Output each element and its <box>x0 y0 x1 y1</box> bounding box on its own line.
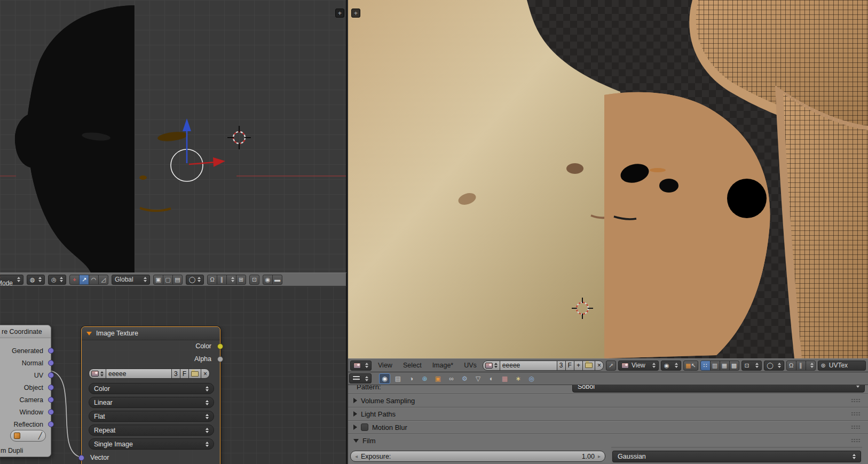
mode-dropdown[interactable]: it Mode <box>0 275 23 285</box>
fake-user-button[interactable]: F <box>565 361 574 371</box>
collapse-triangle-icon[interactable] <box>86 332 92 335</box>
image-users-count-button[interactable]: 3 <box>171 369 180 379</box>
projection-dropdown[interactable]: Flat <box>89 411 214 422</box>
manipulator-scale-icon[interactable]: ◿ <box>98 275 108 285</box>
socket-generated[interactable] <box>48 348 54 354</box>
panel-motion-blur[interactable]: Motion Blur <box>348 420 868 434</box>
menu-image[interactable]: Image* <box>428 362 458 369</box>
new-image-button[interactable]: + <box>574 361 583 371</box>
motion-blur-checkbox[interactable] <box>361 423 368 431</box>
image-texture-node-header[interactable]: Image Texture <box>82 327 220 340</box>
color-space-dropdown[interactable]: Color <box>89 383 214 394</box>
manipulator-toggle-icon[interactable]: + <box>69 275 80 285</box>
socket-reflection[interactable] <box>48 421 54 427</box>
snap-grid-icon[interactable]: ⊞ <box>236 275 246 285</box>
uv-select-island-icon[interactable]: ▩ <box>729 361 739 371</box>
pattern-dropdown[interactable]: Sobol <box>572 385 865 393</box>
manipulator-x-arrow[interactable] <box>213 157 225 167</box>
translate-manipulator[interactable] <box>171 118 225 181</box>
expand-region-plus-icon[interactable]: + <box>335 9 344 18</box>
opengl-render-icon[interactable]: ◉ <box>263 275 273 285</box>
object-field[interactable]: ╱ <box>10 430 46 442</box>
node-editor-canvas[interactable]: re Coordinate Generated Normal UV Object… <box>0 286 347 464</box>
tab-scene[interactable]: ◑ <box>406 373 417 384</box>
tab-physics[interactable]: ◎ <box>526 373 537 384</box>
unlink-image-button[interactable]: × <box>201 369 210 379</box>
exposure-slider[interactable]: ◂ Exposure: 1.00 ▸ <box>350 451 605 462</box>
backface-cull-icon[interactable]: ▢ <box>163 275 173 285</box>
socket-uv[interactable] <box>48 372 54 378</box>
socket-window[interactable] <box>48 409 54 415</box>
manipulator-z-arrow[interactable] <box>183 118 191 131</box>
filter-type-dropdown[interactable]: Gaussian <box>612 451 861 462</box>
pin-icon[interactable]: ⊸ <box>606 361 616 371</box>
copy-result-icon[interactable]: ⊡ <box>249 275 259 285</box>
tab-render-layers[interactable]: ▤ <box>392 373 404 384</box>
manipulator-translate-icon[interactable]: ↗ <box>79 275 89 285</box>
textured-solid-icon[interactable]: ▤ <box>172 275 183 285</box>
panel-film[interactable]: Film <box>348 434 868 447</box>
snap-magnet-icon[interactable]: Ω <box>786 361 796 371</box>
tab-material[interactable]: ◐ <box>486 373 497 384</box>
snap-element-arrows[interactable] <box>806 361 816 371</box>
texture-coordinate-node-header[interactable]: re Coordinate <box>0 325 51 338</box>
proportional-edit-dropdown[interactable]: ◯ <box>186 275 204 285</box>
slider-right-arrow-icon[interactable]: ▸ <box>598 453 601 459</box>
snap-magnet-icon[interactable]: Ω <box>207 275 217 285</box>
sticky-selection-dropdown[interactable]: ⊡ <box>741 361 762 371</box>
panel-light-paths[interactable]: Light Paths <box>348 407 868 420</box>
socket-normal[interactable] <box>48 360 54 366</box>
orientation-dropdown[interactable]: Global <box>112 275 150 285</box>
interpolation-dropdown[interactable]: Linear <box>89 397 214 408</box>
manipulator-rotate-icon[interactable]: ◠ <box>89 275 99 285</box>
image-name-field[interactable]: eeeee <box>500 361 557 371</box>
socket-color-output[interactable] <box>217 343 223 349</box>
source-dropdown[interactable]: Single Image <box>89 438 214 450</box>
editor-type-dropdown[interactable] <box>350 361 372 371</box>
image-texture-node[interactable]: Image Texture Color Alpha eeeee 3 F × Co… <box>81 326 220 464</box>
menu-uvs[interactable]: UVs <box>460 362 481 369</box>
tab-world[interactable]: ⊕ <box>419 373 430 384</box>
image-browse-button[interactable] <box>89 369 106 379</box>
eyedropper-icon[interactable]: ╱ <box>38 432 42 439</box>
tab-object[interactable]: ▣ <box>432 373 444 384</box>
expand-region-plus-icon[interactable]: + <box>351 9 360 18</box>
socket-object[interactable] <box>48 385 54 390</box>
uv-image-editor-canvas[interactable]: + <box>348 0 868 358</box>
tab-texture[interactable]: ▦ <box>499 373 510 384</box>
slider-left-arrow-icon[interactable]: ◂ <box>355 453 358 459</box>
uv-select-face-icon[interactable]: ▦ <box>720 361 730 371</box>
uv-map-field[interactable]: ⊛ UVTex <box>818 361 866 371</box>
image-browse-button[interactable] <box>483 361 500 371</box>
tab-render[interactable]: ◉ <box>379 373 390 384</box>
tab-object-data[interactable]: ▽ <box>472 373 484 384</box>
panel-drag-grip[interactable] <box>851 425 861 429</box>
extension-dropdown[interactable]: Repeat <box>89 425 214 436</box>
proportional-edit-dropdown[interactable]: ◯ <box>764 361 784 371</box>
3d-viewport-canvas[interactable]: + <box>0 0 347 273</box>
panel-drag-grip[interactable] <box>851 438 861 443</box>
uv-select-edge-icon[interactable]: ▥ <box>710 361 720 371</box>
socket-alpha-output[interactable] <box>217 356 223 362</box>
menu-view[interactable]: View <box>374 362 397 369</box>
snap-element-arrows[interactable] <box>226 275 236 285</box>
occlude-geometry-icon[interactable]: ▣ <box>153 275 163 285</box>
texture-coordinate-node[interactable]: re Coordinate Generated Normal UV Object… <box>0 325 51 457</box>
tab-constraints[interactable]: ∞ <box>446 373 457 384</box>
unlink-image-button[interactable]: × <box>595 361 604 371</box>
viewport-shading-dropdown[interactable]: ◍ <box>27 275 45 285</box>
socket-camera[interactable] <box>48 397 54 403</box>
panel-drag-grip[interactable] <box>851 412 861 416</box>
opengl-animation-icon[interactable]: ▬ <box>272 275 282 285</box>
snap-element-icon[interactable]: ∥ <box>217 275 227 285</box>
menu-select[interactable]: Select <box>399 362 426 369</box>
uv-sync-selection-icon[interactable]: ▦↖ <box>683 361 698 371</box>
uv-pivot-dropdown[interactable]: ◉ <box>661 361 681 371</box>
panel-volume-sampling[interactable]: Volume Sampling <box>348 394 868 407</box>
open-image-button[interactable] <box>582 361 595 371</box>
image-users-count-button[interactable]: 3 <box>557 361 566 371</box>
socket-vector-input[interactable] <box>78 455 84 461</box>
tab-modifiers[interactable]: ⚙ <box>459 373 470 384</box>
tab-particles[interactable]: ∗ <box>512 373 524 384</box>
pivot-point-dropdown[interactable]: ◎ <box>48 275 66 285</box>
